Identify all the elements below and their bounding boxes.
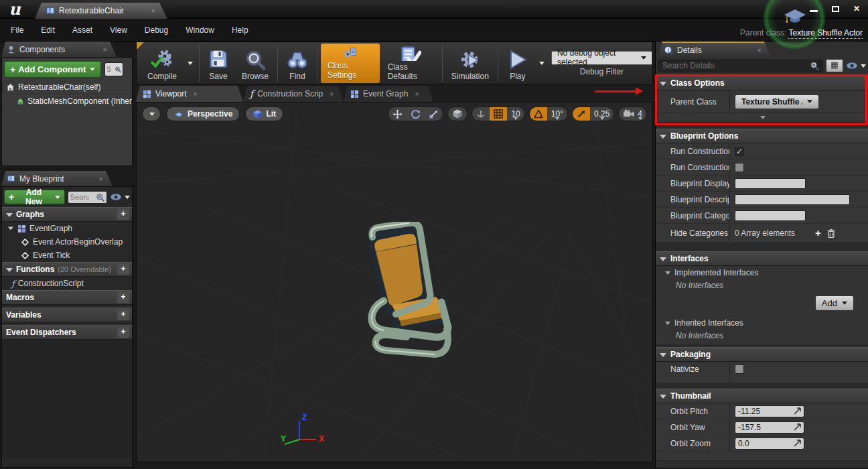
add-dispatcher-button[interactable]: + (117, 327, 129, 338)
lit-mode-button[interactable]: Lit (245, 107, 283, 121)
spinbox-handle-icon[interactable] (794, 440, 801, 447)
minimize-button[interactable] (806, 3, 821, 14)
grid-snap-toggle[interactable] (490, 107, 507, 121)
run-construction-checkbox[interactable] (735, 147, 744, 156)
add-new-button[interactable]: + Add New (4, 190, 65, 204)
nativize-checkbox[interactable] (735, 364, 744, 374)
tab-construction-script[interactable]: ƒ Construction Scrip × (243, 86, 344, 102)
blueprint-category-input[interactable] (735, 210, 806, 221)
spinbox-handle-icon[interactable] (794, 423, 801, 431)
tab-close-icon[interactable]: × (193, 90, 197, 98)
viewport-options-button[interactable] (142, 107, 161, 121)
parent-class-link[interactable]: Texture Shuffle Actor (788, 28, 863, 39)
translate-tool-button[interactable] (388, 107, 407, 121)
add-variable-button[interactable]: + (117, 310, 129, 320)
compile-options-dropdown-icon[interactable] (188, 62, 193, 65)
event-overlap-item[interactable]: Event ActorBeginOverlap (2, 235, 132, 249)
components-close-icon[interactable]: × (103, 46, 107, 54)
blueprint-options-header[interactable]: Blueprint Options (656, 129, 868, 143)
my-blueprint-search[interactable] (68, 191, 107, 204)
construction-script-item[interactable]: ƒ ConstructionScript (2, 277, 132, 290)
class-defaults-button[interactable]: Class Defaults (381, 42, 440, 84)
tab-viewport[interactable]: Viewport × (136, 86, 243, 102)
components-search-input[interactable] (106, 66, 115, 73)
add-interface-button[interactable]: Add (815, 295, 854, 311)
find-button[interactable]: Find (280, 42, 315, 84)
add-function-button[interactable]: + (117, 264, 129, 275)
component-row-self[interactable]: RetexturableChair(self) (2, 80, 132, 94)
inherited-interfaces-header[interactable]: Inherited Interfaces (656, 316, 868, 330)
asset-tab[interactable]: RetexturableChair × (35, 3, 167, 19)
surface-snap-button[interactable] (472, 107, 490, 121)
menu-debug[interactable]: Debug (145, 25, 168, 35)
component-row-staticmesh[interactable]: StaticMeshComponent (Inher (2, 94, 132, 109)
asset-tab-close-icon[interactable]: × (151, 7, 155, 15)
camera-speed-button[interactable]: 4 (619, 107, 646, 121)
tab-close-icon[interactable]: × (330, 90, 334, 98)
advanced-expander[interactable] (656, 113, 868, 123)
details-view-options-button[interactable] (846, 62, 866, 70)
browse-button[interactable]: Browse (235, 42, 275, 84)
visibility-filter-button[interactable] (110, 193, 130, 201)
menu-window[interactable]: Window (186, 25, 214, 35)
world-local-toggle-button[interactable] (448, 107, 467, 121)
functions-section-header[interactable]: Functions (20 Overridable) + (2, 262, 132, 277)
menu-edit[interactable]: Edit (41, 25, 55, 35)
add-component-button[interactable]: + Add Component (4, 61, 101, 78)
scale-snap-toggle[interactable] (573, 107, 590, 121)
packaging-header[interactable]: Packaging (656, 347, 868, 362)
debug-object-dropdown[interactable]: No debug object selected (551, 51, 652, 65)
event-graph-item[interactable]: EventGraph (2, 222, 132, 235)
parent-class-dropdown[interactable]: Texture Shuffle Act (735, 94, 819, 109)
compile-button[interactable]: Compile (141, 42, 184, 84)
interfaces-header[interactable]: Interfaces (656, 251, 868, 266)
menu-help[interactable]: Help (232, 25, 248, 35)
add-macro-button[interactable]: + (117, 292, 129, 303)
graduation-cap-icon[interactable] (784, 9, 806, 28)
tab-close-icon[interactable]: × (415, 90, 419, 98)
class-options-header[interactable]: Class Options (656, 76, 868, 90)
rotation-snap-toggle[interactable] (530, 107, 547, 121)
trash-icon[interactable] (826, 228, 836, 238)
scale-tool-button[interactable] (425, 107, 443, 121)
variables-section-header[interactable]: Variables + (2, 308, 132, 322)
components-search[interactable] (104, 62, 123, 76)
run-construction-sequence-checkbox[interactable] (735, 163, 744, 172)
add-graph-button[interactable]: + (117, 209, 129, 220)
orbit-zoom-input[interactable]: 0.0 (735, 438, 804, 450)
play-button[interactable]: Play (500, 42, 535, 84)
details-close-icon[interactable]: × (757, 46, 762, 54)
my-blueprint-tab[interactable]: My Blueprint × (1, 171, 113, 186)
orbit-yaw-input[interactable]: -157.5 (735, 421, 804, 433)
close-button[interactable]: ✕ (849, 3, 864, 14)
3d-viewport[interactable]: Perspective Lit (136, 102, 653, 462)
menu-file[interactable]: File (11, 25, 23, 35)
tab-event-graph[interactable]: Event Graph × (344, 86, 433, 102)
event-tick-item[interactable]: Event Tick (2, 249, 132, 262)
save-button[interactable]: Save (202, 42, 235, 84)
thumbnail-header[interactable]: Thumbnail (656, 389, 868, 403)
graphs-section-header[interactable]: Graphs + (2, 207, 132, 222)
blueprint-display-input[interactable] (735, 178, 806, 189)
scale-snap-value-button[interactable]: 0.25 (590, 107, 613, 121)
blueprint-description-input[interactable] (735, 194, 850, 205)
macros-section-header[interactable]: Macros + (2, 290, 132, 305)
rotation-snap-value-button[interactable]: 10° (547, 107, 567, 121)
implemented-interfaces-header[interactable]: Implemented Interfaces (656, 266, 868, 279)
class-settings-button[interactable]: Class Settings (321, 44, 380, 83)
menu-view[interactable]: View (110, 25, 127, 35)
components-panel-tab[interactable]: Components × (1, 42, 117, 57)
play-options-dropdown-icon[interactable] (539, 62, 545, 65)
details-panel-tab[interactable]: Details × (658, 42, 771, 57)
perspective-button[interactable]: Perspective (166, 107, 240, 121)
details-search[interactable] (658, 60, 823, 72)
my-blueprint-search-input[interactable] (70, 193, 96, 201)
simulation-button[interactable]: Simulation (445, 42, 496, 84)
add-array-element-button[interactable]: + (815, 227, 821, 239)
orbit-pitch-input[interactable]: -11.25 (735, 405, 804, 417)
rotate-tool-button[interactable] (407, 107, 425, 121)
my-blueprint-close-icon[interactable]: × (99, 175, 103, 183)
details-search-input[interactable] (662, 61, 810, 70)
display-mode-button[interactable] (826, 59, 843, 72)
menu-asset[interactable]: Asset (72, 25, 92, 35)
